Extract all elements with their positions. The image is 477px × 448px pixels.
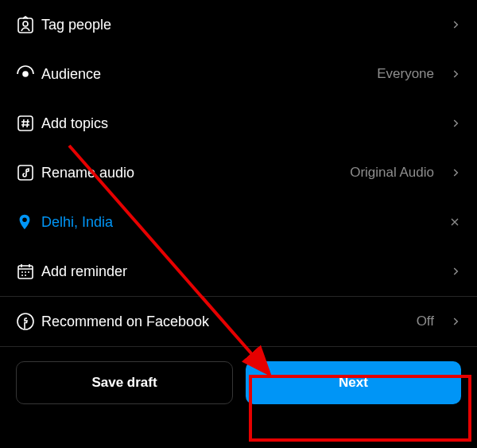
audience-value: Everyone: [377, 66, 434, 82]
close-icon[interactable]: [442, 216, 461, 228]
location-label: Delhi, India: [41, 214, 442, 231]
recommend-facebook-label: Recommend on Facebook: [41, 314, 417, 330]
location-row[interactable]: Delhi, India: [0, 197, 477, 247]
svg-point-5: [23, 218, 27, 222]
recommend-facebook-value: Off: [417, 314, 434, 329]
svg-point-7: [17, 314, 33, 329]
save-draft-label: Save draft: [91, 375, 157, 391]
chevron-right-icon: [442, 167, 461, 178]
rename-audio-row[interactable]: Rename audio Original Audio: [0, 148, 477, 197]
add-reminder-row[interactable]: Add reminder: [0, 247, 477, 296]
audio-icon: [16, 163, 41, 182]
svg-rect-3: [18, 116, 33, 131]
svg-point-1: [23, 21, 28, 26]
chevron-right-icon: [442, 118, 461, 129]
calendar-icon: [16, 262, 41, 281]
svg-point-2: [23, 72, 28, 76]
tag-people-icon: [16, 15, 41, 34]
next-label: Next: [339, 375, 368, 391]
facebook-icon: [16, 312, 41, 331]
chevron-right-icon: [442, 266, 461, 277]
tag-people-label: Tag people: [41, 17, 442, 33]
add-topics-row[interactable]: Add topics: [0, 99, 477, 148]
location-pin-icon: [16, 213, 41, 231]
svg-rect-0: [18, 18, 33, 33]
chevron-right-icon: [442, 19, 461, 30]
audience-icon: [16, 64, 41, 84]
audience-label: Audience: [41, 66, 377, 83]
rename-audio-label: Rename audio: [41, 165, 350, 181]
chevron-right-icon: [442, 316, 461, 327]
footer: Save draft Next: [0, 347, 477, 419]
add-topics-label: Add topics: [41, 115, 442, 132]
save-draft-button[interactable]: Save draft: [16, 361, 233, 404]
svg-rect-4: [18, 166, 33, 180]
tag-people-row[interactable]: Tag people: [0, 0, 477, 49]
add-reminder-label: Add reminder: [41, 263, 442, 280]
recommend-facebook-row[interactable]: Recommend on Facebook Off: [0, 297, 477, 346]
next-button[interactable]: Next: [246, 361, 461, 404]
rename-audio-value: Original Audio: [350, 165, 434, 181]
chevron-right-icon: [442, 68, 461, 80]
hashtag-icon: [16, 114, 41, 133]
options-list: Tag people Audience Everyone: [0, 0, 477, 347]
audience-row[interactable]: Audience Everyone: [0, 49, 477, 99]
